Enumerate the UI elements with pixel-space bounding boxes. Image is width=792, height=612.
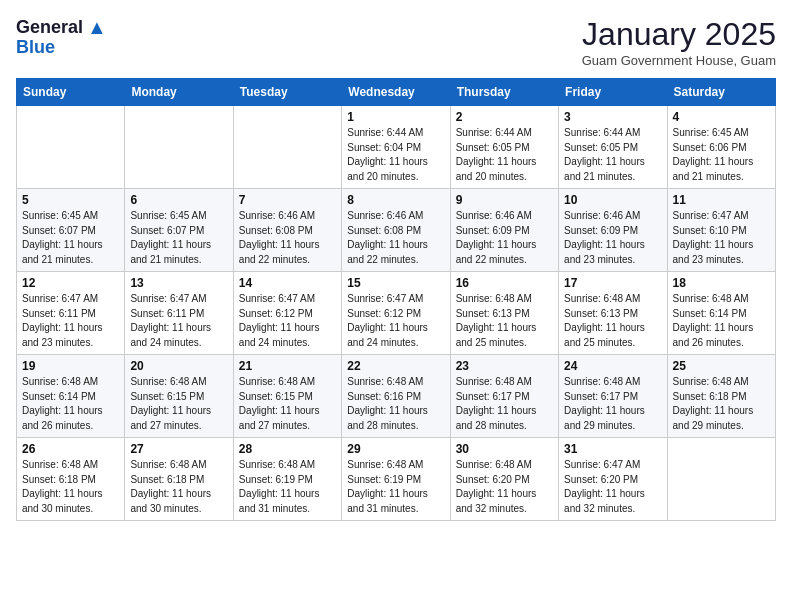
day-cell: 13Sunrise: 6:47 AM Sunset: 6:11 PM Dayli…: [125, 272, 233, 355]
day-cell: [125, 106, 233, 189]
day-number: 6: [130, 193, 227, 207]
day-number: 11: [673, 193, 770, 207]
day-info: Sunrise: 6:48 AM Sunset: 6:18 PM Dayligh…: [673, 375, 770, 433]
week-row-4: 19Sunrise: 6:48 AM Sunset: 6:14 PM Dayli…: [17, 355, 776, 438]
day-cell: 30Sunrise: 6:48 AM Sunset: 6:20 PM Dayli…: [450, 438, 558, 521]
logo-general-text: General: [16, 17, 83, 38]
day-info: Sunrise: 6:48 AM Sunset: 6:14 PM Dayligh…: [673, 292, 770, 350]
day-number: 10: [564, 193, 661, 207]
day-cell: 29Sunrise: 6:48 AM Sunset: 6:19 PM Dayli…: [342, 438, 450, 521]
day-info: Sunrise: 6:48 AM Sunset: 6:17 PM Dayligh…: [456, 375, 553, 433]
day-number: 12: [22, 276, 119, 290]
day-info: Sunrise: 6:48 AM Sunset: 6:13 PM Dayligh…: [456, 292, 553, 350]
day-cell: 14Sunrise: 6:47 AM Sunset: 6:12 PM Dayli…: [233, 272, 341, 355]
day-number: 27: [130, 442, 227, 456]
day-number: 1: [347, 110, 444, 124]
day-cell: 4Sunrise: 6:45 AM Sunset: 6:06 PM Daylig…: [667, 106, 775, 189]
day-info: Sunrise: 6:44 AM Sunset: 6:05 PM Dayligh…: [456, 126, 553, 184]
day-number: 16: [456, 276, 553, 290]
page-header: General ▲ Blue January 2025 Guam Governm…: [16, 16, 776, 68]
day-info: Sunrise: 6:45 AM Sunset: 6:07 PM Dayligh…: [22, 209, 119, 267]
day-info: Sunrise: 6:48 AM Sunset: 6:16 PM Dayligh…: [347, 375, 444, 433]
day-info: Sunrise: 6:48 AM Sunset: 6:14 PM Dayligh…: [22, 375, 119, 433]
location-subtitle: Guam Government House, Guam: [582, 53, 776, 68]
week-row-1: 1Sunrise: 6:44 AM Sunset: 6:04 PM Daylig…: [17, 106, 776, 189]
day-cell: [667, 438, 775, 521]
day-info: Sunrise: 6:47 AM Sunset: 6:11 PM Dayligh…: [130, 292, 227, 350]
day-cell: [233, 106, 341, 189]
day-number: 30: [456, 442, 553, 456]
day-info: Sunrise: 6:48 AM Sunset: 6:18 PM Dayligh…: [22, 458, 119, 516]
day-cell: 18Sunrise: 6:48 AM Sunset: 6:14 PM Dayli…: [667, 272, 775, 355]
day-number: 20: [130, 359, 227, 373]
day-number: 5: [22, 193, 119, 207]
day-cell: 22Sunrise: 6:48 AM Sunset: 6:16 PM Dayli…: [342, 355, 450, 438]
day-number: 9: [456, 193, 553, 207]
day-number: 18: [673, 276, 770, 290]
day-cell: 31Sunrise: 6:47 AM Sunset: 6:20 PM Dayli…: [559, 438, 667, 521]
day-cell: 19Sunrise: 6:48 AM Sunset: 6:14 PM Dayli…: [17, 355, 125, 438]
day-info: Sunrise: 6:48 AM Sunset: 6:17 PM Dayligh…: [564, 375, 661, 433]
day-info: Sunrise: 6:48 AM Sunset: 6:15 PM Dayligh…: [130, 375, 227, 433]
day-number: 25: [673, 359, 770, 373]
day-info: Sunrise: 6:46 AM Sunset: 6:09 PM Dayligh…: [456, 209, 553, 267]
day-number: 17: [564, 276, 661, 290]
day-cell: 15Sunrise: 6:47 AM Sunset: 6:12 PM Dayli…: [342, 272, 450, 355]
day-info: Sunrise: 6:44 AM Sunset: 6:05 PM Dayligh…: [564, 126, 661, 184]
day-info: Sunrise: 6:46 AM Sunset: 6:08 PM Dayligh…: [347, 209, 444, 267]
day-info: Sunrise: 6:46 AM Sunset: 6:08 PM Dayligh…: [239, 209, 336, 267]
month-title: January 2025: [582, 16, 776, 53]
weekday-header-saturday: Saturday: [667, 79, 775, 106]
weekday-header-sunday: Sunday: [17, 79, 125, 106]
day-info: Sunrise: 6:47 AM Sunset: 6:12 PM Dayligh…: [239, 292, 336, 350]
day-number: 24: [564, 359, 661, 373]
day-info: Sunrise: 6:45 AM Sunset: 6:07 PM Dayligh…: [130, 209, 227, 267]
day-number: 8: [347, 193, 444, 207]
day-number: 23: [456, 359, 553, 373]
day-info: Sunrise: 6:47 AM Sunset: 6:20 PM Dayligh…: [564, 458, 661, 516]
day-cell: 7Sunrise: 6:46 AM Sunset: 6:08 PM Daylig…: [233, 189, 341, 272]
day-cell: 16Sunrise: 6:48 AM Sunset: 6:13 PM Dayli…: [450, 272, 558, 355]
day-info: Sunrise: 6:45 AM Sunset: 6:06 PM Dayligh…: [673, 126, 770, 184]
day-info: Sunrise: 6:48 AM Sunset: 6:13 PM Dayligh…: [564, 292, 661, 350]
day-cell: 9Sunrise: 6:46 AM Sunset: 6:09 PM Daylig…: [450, 189, 558, 272]
day-info: Sunrise: 6:48 AM Sunset: 6:19 PM Dayligh…: [347, 458, 444, 516]
day-info: Sunrise: 6:47 AM Sunset: 6:12 PM Dayligh…: [347, 292, 444, 350]
day-cell: 2Sunrise: 6:44 AM Sunset: 6:05 PM Daylig…: [450, 106, 558, 189]
weekday-header-monday: Monday: [125, 79, 233, 106]
day-info: Sunrise: 6:48 AM Sunset: 6:15 PM Dayligh…: [239, 375, 336, 433]
day-number: 29: [347, 442, 444, 456]
weekday-header-friday: Friday: [559, 79, 667, 106]
day-info: Sunrise: 6:47 AM Sunset: 6:11 PM Dayligh…: [22, 292, 119, 350]
day-number: 4: [673, 110, 770, 124]
week-row-2: 5Sunrise: 6:45 AM Sunset: 6:07 PM Daylig…: [17, 189, 776, 272]
week-row-5: 26Sunrise: 6:48 AM Sunset: 6:18 PM Dayli…: [17, 438, 776, 521]
day-cell: 10Sunrise: 6:46 AM Sunset: 6:09 PM Dayli…: [559, 189, 667, 272]
day-number: 7: [239, 193, 336, 207]
weekday-header-wednesday: Wednesday: [342, 79, 450, 106]
day-number: 22: [347, 359, 444, 373]
day-info: Sunrise: 6:46 AM Sunset: 6:09 PM Dayligh…: [564, 209, 661, 267]
day-cell: 5Sunrise: 6:45 AM Sunset: 6:07 PM Daylig…: [17, 189, 125, 272]
day-cell: 1Sunrise: 6:44 AM Sunset: 6:04 PM Daylig…: [342, 106, 450, 189]
day-cell: [17, 106, 125, 189]
weekday-header-tuesday: Tuesday: [233, 79, 341, 106]
day-cell: 27Sunrise: 6:48 AM Sunset: 6:18 PM Dayli…: [125, 438, 233, 521]
day-cell: 28Sunrise: 6:48 AM Sunset: 6:19 PM Dayli…: [233, 438, 341, 521]
week-row-3: 12Sunrise: 6:47 AM Sunset: 6:11 PM Dayli…: [17, 272, 776, 355]
weekday-header-thursday: Thursday: [450, 79, 558, 106]
day-cell: 11Sunrise: 6:47 AM Sunset: 6:10 PM Dayli…: [667, 189, 775, 272]
day-number: 15: [347, 276, 444, 290]
day-cell: 24Sunrise: 6:48 AM Sunset: 6:17 PM Dayli…: [559, 355, 667, 438]
day-cell: 3Sunrise: 6:44 AM Sunset: 6:05 PM Daylig…: [559, 106, 667, 189]
day-number: 31: [564, 442, 661, 456]
day-info: Sunrise: 6:47 AM Sunset: 6:10 PM Dayligh…: [673, 209, 770, 267]
day-cell: 12Sunrise: 6:47 AM Sunset: 6:11 PM Dayli…: [17, 272, 125, 355]
day-cell: 23Sunrise: 6:48 AM Sunset: 6:17 PM Dayli…: [450, 355, 558, 438]
logo-blue-text: Blue: [16, 39, 55, 55]
day-number: 21: [239, 359, 336, 373]
logo: General ▲ Blue: [16, 16, 107, 55]
weekday-header-row: SundayMondayTuesdayWednesdayThursdayFrid…: [17, 79, 776, 106]
day-cell: 20Sunrise: 6:48 AM Sunset: 6:15 PM Dayli…: [125, 355, 233, 438]
day-number: 26: [22, 442, 119, 456]
